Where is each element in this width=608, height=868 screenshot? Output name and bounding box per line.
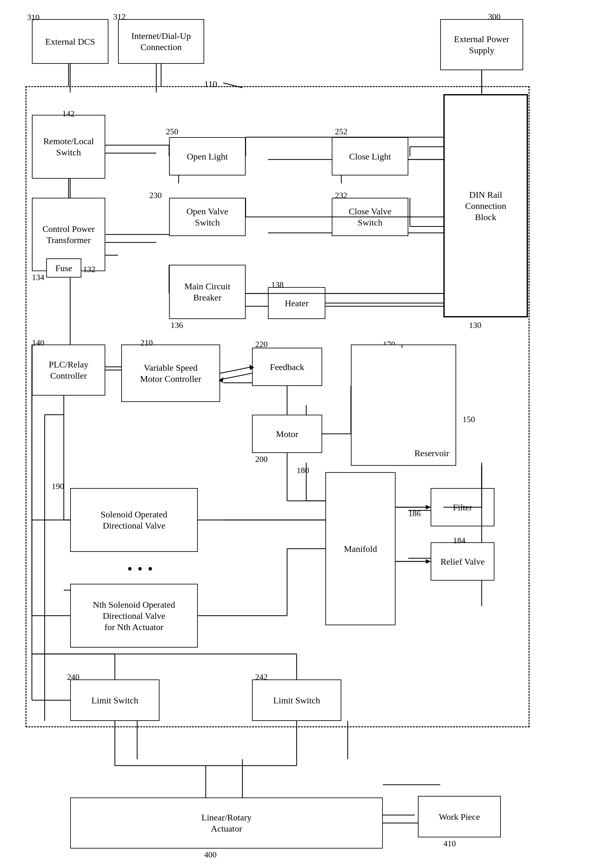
main-circuit-breaker-label: Main CircuitBreaker (185, 281, 230, 303)
main-circuit-breaker-box: Main CircuitBreaker (169, 265, 246, 319)
ref-200: 200 (255, 454, 268, 464)
din-rail-label: DIN RailConnectionBlock (465, 189, 506, 223)
reservoir-label: Reservoir (414, 448, 449, 459)
fuse-box: Fuse (46, 258, 81, 277)
manifold-box: Manifold (326, 472, 396, 625)
work-piece-box: Work Piece (418, 796, 501, 837)
remote-local-switch-box: Remote/LocalSwitch (32, 115, 105, 179)
ref-232: 232 (335, 191, 347, 200)
work-piece-label: Work Piece (439, 811, 480, 822)
motor-label: Motor (276, 428, 298, 440)
external-dcs-label: External DCS (45, 36, 95, 47)
ref-252: 252 (335, 127, 347, 136)
feedback-label: Feedback (270, 361, 304, 373)
linear-rotary-actuator-box: Linear/RotaryActuator (70, 798, 383, 849)
close-valve-switch-box: Close ValveSwitch (332, 198, 408, 236)
ref-190: 190 (52, 482, 64, 491)
linear-rotary-actuator-label: Linear/RotaryActuator (201, 812, 251, 834)
ref-136: 136 (171, 321, 183, 330)
close-valve-switch-label: Close ValveSwitch (349, 206, 391, 228)
ref-150: 150 (462, 415, 475, 424)
ellipsis-dots: • • • (127, 561, 154, 577)
open-light-box: Open Light (169, 137, 246, 175)
control-power-transformer-label: Control PowerTransformer (42, 223, 95, 246)
feedback-box: Feedback (252, 348, 322, 386)
ref-250: 250 (166, 127, 178, 136)
reservoir-box: Reservoir (351, 344, 456, 466)
ref-134: 134 (32, 273, 44, 282)
nth-solenoid-box: Nth Solenoid OperatedDirectional Valvefo… (70, 584, 198, 648)
close-light-box: Close Light (332, 137, 408, 175)
fuse-label: Fuse (56, 262, 73, 274)
diagram: External DCS 310 Internet/Dial-UpConnect… (0, 0, 608, 868)
ref-180: 180 (297, 466, 309, 475)
ref-312: 312 (113, 12, 126, 22)
ref-310: 310 (27, 13, 40, 22)
ref-138: 138 (271, 280, 284, 290)
remote-local-switch-label: Remote/LocalSwitch (43, 136, 94, 158)
heater-label: Heater (285, 298, 309, 309)
relief-valve-label: Relief Valve (440, 556, 485, 567)
external-power-supply-box: External PowerSupply (440, 19, 523, 70)
limit-switch-240-label: Limit Switch (92, 695, 138, 706)
ref-242: 242 (255, 673, 268, 682)
plc-relay-box: PLC/RelayController (32, 344, 105, 395)
external-power-supply-label: External PowerSupply (454, 34, 509, 56)
limit-switch-242-label: Limit Switch (273, 695, 320, 706)
limit-switch-240-box: Limit Switch (70, 679, 160, 721)
motor-box: Motor (252, 415, 322, 453)
internet-connection-box: Internet/Dial-UpConnection (118, 19, 204, 64)
external-dcs-box: External DCS (32, 19, 109, 64)
ref-240: 240 (67, 673, 79, 682)
solenoid-valve-label: Solenoid OperatedDirectional Valve (101, 509, 167, 531)
ref-410: 410 (444, 839, 456, 849)
heater-box: Heater (268, 287, 326, 319)
relief-valve-box: Relief Valve (431, 542, 495, 581)
internet-connection-label: Internet/Dial-UpConnection (132, 30, 191, 53)
ref-400: 400 (204, 850, 217, 860)
filter-label: Filter (453, 502, 472, 513)
ref-230: 230 (149, 191, 162, 200)
nth-solenoid-label: Nth Solenoid OperatedDirectional Valvefo… (93, 599, 175, 632)
ref-132: 132 (83, 265, 95, 274)
close-light-label: Close Light (349, 151, 391, 162)
open-valve-switch-box: Open ValveSwitch (169, 198, 246, 236)
filter-box: Filter (431, 488, 495, 526)
ref-300: 300 (488, 12, 501, 22)
ref-130: 130 (469, 321, 481, 330)
ref-220: 220 (255, 340, 268, 349)
limit-switch-242-box: Limit Switch (252, 679, 341, 721)
ref-210: 210 (140, 338, 153, 348)
solenoid-valve-box: Solenoid OperatedDirectional Valve (70, 488, 198, 552)
manifold-label: Manifold (344, 543, 377, 555)
ref-142: 142 (62, 109, 74, 119)
open-light-label: Open Light (187, 151, 228, 162)
din-rail-box: DIN RailConnectionBlock (444, 94, 528, 318)
variable-speed-motor-box: Variable SpeedMotor Controller (121, 344, 220, 402)
ref-140: 140 (32, 338, 44, 348)
ref-186: 186 (408, 509, 421, 518)
open-valve-switch-label: Open ValveSwitch (187, 206, 228, 228)
plc-relay-label: PLC/RelayController (49, 359, 88, 381)
ref-110: 110 (204, 79, 217, 89)
ref-184: 184 (453, 536, 465, 546)
variable-speed-motor-label: Variable SpeedMotor Controller (140, 362, 201, 384)
